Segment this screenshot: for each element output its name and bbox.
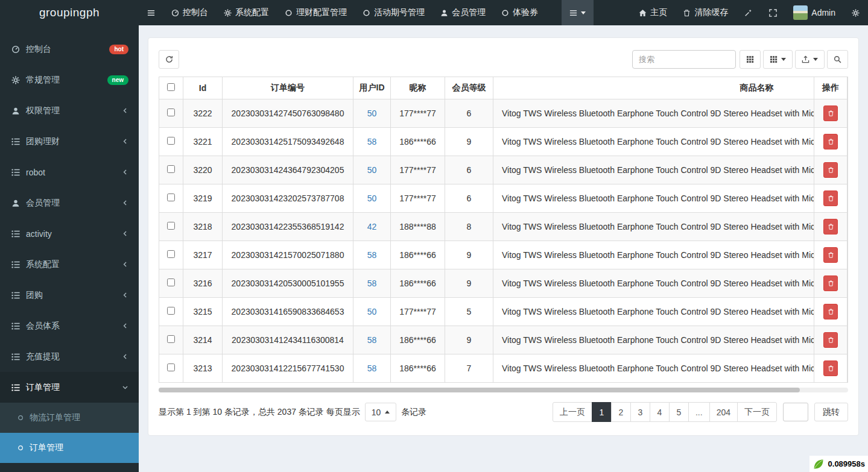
gear-icon [11,76,20,84]
sidebar-subitem-0[interactable]: 物流订单管理 [0,403,139,433]
brand-logo[interactable]: groupingph [0,0,139,25]
sidebar-toggle-button[interactable] [139,0,163,25]
user-id-link[interactable]: 50 [367,194,377,203]
chevron-left-icon [122,200,128,206]
fullscreen-button[interactable] [761,0,785,25]
topnav-item-3[interactable]: 理财配置管理 [277,0,355,25]
sidebar-item-9[interactable]: 会员体系 [0,310,139,341]
delete-button[interactable] [823,360,838,376]
topnav-item-5[interactable]: 会员管理 [432,0,493,25]
search-toggle-button[interactable] [827,50,848,69]
delete-button[interactable] [823,219,838,234]
table-toolbar [159,50,848,69]
user-id-link[interactable]: 58 [367,363,377,373]
sidebar-subitem-1[interactable]: 订单管理 [0,433,139,463]
row-checkbox[interactable] [167,109,175,116]
delete-button[interactable] [823,304,838,319]
cell-order-no: 202303031425175093492648 [223,128,353,156]
cell-checkbox [159,269,183,298]
user-id-link[interactable]: 58 [367,137,377,146]
topnav-home[interactable]: 主页 [631,0,675,25]
jump-button[interactable]: 跳转 [814,403,848,421]
prev-page-button[interactable]: 上一页 [553,402,592,422]
table-footer: 显示第 1 到第 10 条记录，总共 2037 条记录 每页显示 10 条记录 … [159,402,848,422]
horizontal-scrollbar[interactable] [159,388,848,392]
row-checkbox[interactable] [167,335,175,343]
col-id: Id [183,77,223,99]
settings-button[interactable] [843,0,868,25]
user-id-link[interactable]: 58 [367,278,377,288]
columns-button[interactable] [763,50,793,69]
topnav-item-4[interactable]: 活动期号管理 [355,0,432,25]
thinkphp-leaf-icon[interactable] [811,456,826,472]
topnav-item-1[interactable]: 控制台 [163,0,216,25]
trash-icon [828,223,834,230]
chevron-left-icon [122,292,128,298]
refresh-button[interactable] [159,50,179,69]
delete-button[interactable] [823,134,838,149]
page-button-5[interactable]: 5 [669,402,689,422]
delete-button[interactable] [823,247,838,263]
sidebar-item-4[interactable]: robot [0,157,139,187]
page-button-3[interactable]: 3 [630,402,650,422]
sidebar-item-7[interactable]: 系统配置 [0,249,139,280]
cell-checkbox [159,213,183,241]
row-checkbox[interactable] [167,363,175,371]
row-checkbox[interactable] [167,222,175,230]
sidebar-item-11[interactable]: 订单管理 [0,372,139,403]
topnav-item-label: 体验券 [513,7,538,18]
page-button-4[interactable]: 4 [650,402,670,422]
topnav-clear-cache[interactable]: 清除缓存 [675,0,736,25]
scrollbar-thumb[interactable] [159,388,800,392]
page-button-204[interactable]: 204 [709,402,738,422]
delete-button[interactable] [823,190,838,206]
delete-button[interactable] [823,332,838,348]
sidebar-menu: 控制台hot常规管理new权限管理团购理财robot会员管理activity系统… [0,25,139,403]
topnav-item-6[interactable]: 体验券 [493,0,546,25]
row-checkbox[interactable] [167,250,175,258]
user-id-link[interactable]: 50 [367,165,377,175]
user-menu[interactable]: Admin [785,0,843,25]
select-all-checkbox[interactable] [167,83,175,91]
delete-button[interactable] [823,275,838,291]
delete-button[interactable] [823,162,838,178]
cell-nickname: 186****66 [391,269,445,298]
wand-button[interactable] [736,0,761,25]
page-button-2[interactable]: 2 [611,402,631,422]
row-checkbox[interactable] [167,137,175,145]
user-id-link[interactable]: 58 [367,250,377,260]
user-id-link[interactable]: 50 [367,307,377,316]
orders-panel: Id 订单编号 用户ID 昵称 会员等级 商品名称 操作 32222023030… [148,37,859,436]
user-id-link[interactable]: 42 [367,222,377,231]
toggle-view-button[interactable] [740,50,761,69]
topnav-item-label: 活动期号管理 [374,7,425,18]
topnav-item-2[interactable]: 系统配置 [216,0,277,25]
sidebar-item-8[interactable]: 团购 [0,280,139,310]
user-id-link[interactable]: 58 [367,335,377,345]
sidebar-item-0[interactable]: 控制台hot [0,34,139,65]
jump-page-input[interactable] [783,403,808,421]
user-id-link[interactable]: 50 [367,109,377,118]
delete-button[interactable] [823,105,838,121]
sidebar-item-2[interactable]: 权限管理 [0,95,139,126]
topnav-menu-dropdown[interactable] [562,0,594,25]
row-checkbox[interactable] [167,165,175,173]
cell-checkbox [159,184,183,213]
search-icon [834,55,841,63]
search-input[interactable] [632,50,736,69]
sidebar-item-6[interactable]: activity [0,218,139,249]
gear-icon [224,9,232,17]
sidebar-item-10[interactable]: 充值提现 [0,341,139,372]
sidebar-item-1[interactable]: 常规管理new [0,65,139,95]
row-checkbox[interactable] [167,194,175,201]
page-size-dropdown[interactable]: 10 [365,403,397,421]
sidebar-item-3[interactable]: 团购理财 [0,126,139,157]
export-button[interactable] [795,50,825,69]
row-checkbox[interactable] [167,278,175,286]
cell-level: 6 [445,156,493,184]
row-checkbox[interactable] [167,307,175,315]
page-button-1[interactable]: 1 [592,402,612,422]
col-product: 商品名称 [493,77,848,99]
next-page-button[interactable]: 下一页 [737,402,777,422]
sidebar-item-5[interactable]: 会员管理 [0,187,139,218]
